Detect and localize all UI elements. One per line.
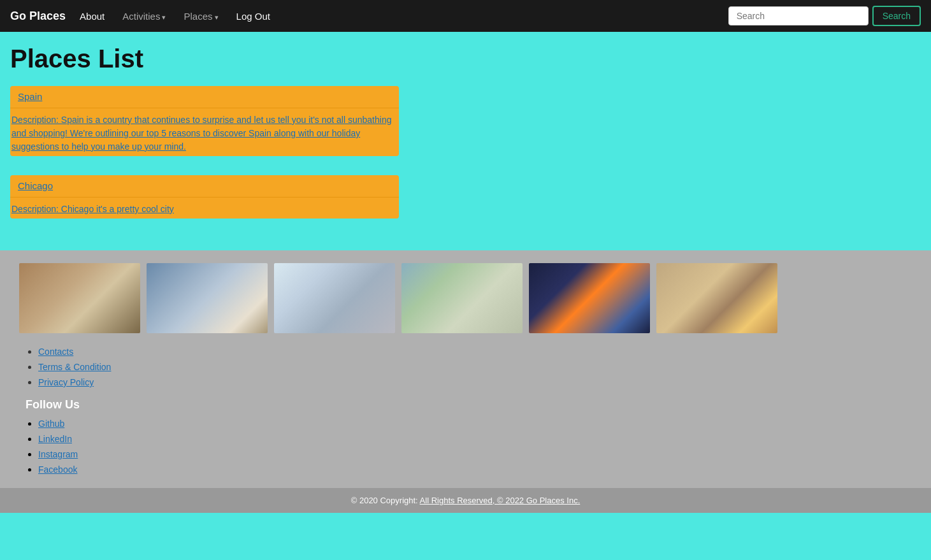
footer-image: [274, 263, 395, 333]
footer-link-item: Contacts: [38, 346, 912, 357]
footer: ContactsTerms & ConditionPrivacy Policy …: [0, 250, 931, 513]
page-title: Places List: [10, 45, 921, 73]
place-description-link[interactable]: Description: Chicago it's a pretty cool …: [10, 203, 399, 216]
places-list: Spain Description: Spain is a country th…: [10, 86, 921, 219]
place-card: Spain Description: Spain is a country th…: [10, 86, 399, 156]
place-name-link[interactable]: Chicago: [18, 180, 53, 191]
main-content: Places List Spain Description: Spain is …: [0, 32, 931, 250]
footer-image: [401, 263, 523, 333]
place-card-body: Description: Spain is a country that con…: [10, 108, 399, 156]
copyright-link[interactable]: All Rights Reserved, © 2022 Go Places In…: [420, 496, 581, 505]
footer-link[interactable]: Privacy Policy: [38, 377, 94, 387]
place-card-body: Description: Chicago it's a pretty cool …: [10, 197, 399, 219]
nav-activities[interactable]: Activities: [119, 8, 170, 24]
footer-link[interactable]: Contacts: [38, 347, 73, 357]
social-link[interactable]: LinkedIn: [38, 434, 72, 444]
social-link[interactable]: Instagram: [38, 449, 78, 459]
nav-logout[interactable]: Log Out: [233, 8, 274, 24]
footer-social: GithubLinkedInInstagramFacebook: [19, 418, 912, 475]
copyright-text: © 2020 Copyright:: [351, 496, 420, 505]
social-link-item: Facebook: [38, 464, 912, 475]
place-description-link[interactable]: Description: Spain is a country that con…: [10, 113, 399, 154]
search-wrapper: Search: [728, 6, 921, 26]
search-button[interactable]: Search: [872, 6, 921, 26]
footer-image: [19, 263, 140, 333]
footer-link[interactable]: Terms & Condition: [38, 362, 111, 372]
footer-image: [529, 263, 650, 333]
search-input[interactable]: [728, 6, 869, 25]
social-link[interactable]: Facebook: [38, 464, 77, 475]
place-name-link[interactable]: Spain: [18, 91, 42, 102]
follow-us-heading: Follow Us: [25, 398, 912, 412]
footer-link-item: Terms & Condition: [38, 361, 912, 373]
navbar: Go Places About Activities Places Log Ou…: [0, 0, 931, 32]
brand-logo[interactable]: Go Places: [10, 10, 66, 23]
social-link-item: Instagram: [38, 449, 912, 460]
footer-image: [147, 263, 268, 333]
social-link-item: Github: [38, 418, 912, 429]
social-link[interactable]: Github: [38, 419, 64, 429]
social-link-item: LinkedIn: [38, 433, 912, 445]
place-card-header: Spain: [10, 86, 399, 108]
footer-images: [19, 263, 912, 333]
nav-about[interactable]: About: [76, 8, 108, 24]
footer-link-item: Privacy Policy: [38, 377, 912, 388]
place-card: Chicago Description: Chicago it's a pret…: [10, 175, 399, 219]
nav-places[interactable]: Places: [180, 8, 222, 24]
footer-image: [656, 263, 777, 333]
footer-bottom: © 2020 Copyright: All Rights Reserved, ©…: [0, 488, 931, 513]
place-card-header: Chicago: [10, 175, 399, 197]
footer-links: ContactsTerms & ConditionPrivacy Policy: [19, 346, 912, 388]
